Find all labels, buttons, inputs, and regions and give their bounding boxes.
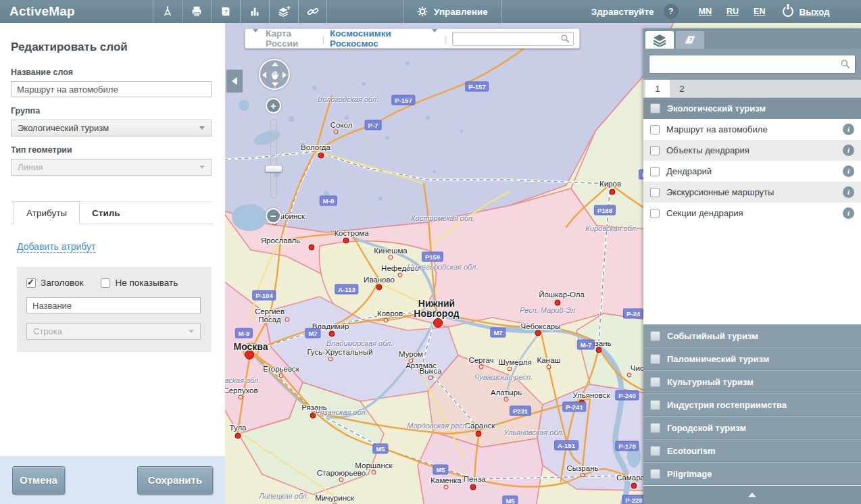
- compass-icon: [162, 5, 174, 18]
- layer-checkbox[interactable]: [650, 146, 660, 155]
- add-layer-tool[interactable]: [269, 0, 298, 23]
- chevron-down-icon: [189, 330, 194, 333]
- logout-label: Выход: [799, 7, 829, 17]
- map-name[interactable]: Карта России: [266, 28, 317, 49]
- hand-icon: [270, 70, 281, 84]
- cancel-button[interactable]: Отмена: [12, 466, 65, 495]
- layer-label: Объекты дендрария: [666, 145, 836, 155]
- print-tool[interactable]: [182, 0, 211, 23]
- zoom-slider-track[interactable]: [270, 119, 277, 199]
- attribute-box: Заголовок Не показывать Строка: [17, 267, 212, 352]
- map-search-box: [452, 32, 574, 46]
- hide-checkbox[interactable]: [101, 278, 110, 288]
- group-checkbox[interactable]: [650, 469, 660, 479]
- group-checkbox[interactable]: [650, 400, 660, 410]
- tab-style[interactable]: Стиль: [80, 202, 132, 224]
- group-checkbox[interactable]: [650, 446, 660, 456]
- layer-group-header[interactable]: Ecotourism: [643, 439, 861, 462]
- group-select[interactable]: Экологический туризм: [11, 120, 212, 136]
- layer-group-header-expanded[interactable]: Экологический туризм: [643, 98, 861, 119]
- attribute-type-select: Строка: [26, 323, 201, 340]
- lang-mn[interactable]: MN: [699, 7, 712, 16]
- group-label: Паломнический туризм: [667, 354, 769, 364]
- pan-right-icon[interactable]: [282, 72, 287, 78]
- layer-group-header[interactable]: Городской туризм: [643, 416, 861, 439]
- zoom-in-button[interactable]: +: [266, 98, 281, 114]
- map-pan-control[interactable]: [259, 59, 290, 90]
- geometry-type-select: Линия: [11, 159, 212, 176]
- layer-group-header[interactable]: Pilgrimage: [643, 462, 861, 485]
- search-icon: [560, 34, 570, 44]
- map-select-caret[interactable]: [251, 30, 260, 47]
- layer-row[interactable]: Объекты дендрарияi: [643, 140, 861, 161]
- layers-panel: ? 12 Экологический туризм Маршрут на авт…: [643, 28, 861, 504]
- layer-group-header[interactable]: Событийный туризм: [643, 324, 861, 347]
- layer-row[interactable]: Маршрут на автомобилеi: [643, 119, 861, 140]
- logout-button[interactable]: Выход: [783, 6, 829, 17]
- layer-group-header[interactable]: Индустрия гостеприимства: [643, 393, 861, 416]
- manage-label: Управление: [434, 7, 488, 17]
- zoom-out-button[interactable]: −: [266, 208, 281, 224]
- reference-tool[interactable]: ?: [211, 0, 240, 23]
- measure-tool[interactable]: [153, 0, 182, 23]
- info-icon[interactable]: i: [843, 145, 854, 156]
- map-search-input[interactable]: [456, 34, 560, 43]
- panel-tab-legend-book[interactable]: ?: [676, 31, 704, 49]
- group-checkbox[interactable]: [650, 354, 660, 364]
- layer-checkbox[interactable]: [650, 167, 660, 176]
- separator: |: [445, 34, 447, 44]
- manage-button[interactable]: Управление: [403, 0, 502, 23]
- help-button[interactable]: ?: [664, 4, 679, 19]
- group-checkbox[interactable]: [650, 377, 660, 387]
- power-icon: [783, 6, 793, 17]
- save-button[interactable]: Сохранить: [137, 466, 213, 495]
- attribute-type-value: Строка: [33, 326, 62, 336]
- group-label: Городской туризм: [667, 423, 746, 433]
- panel-tab-layers[interactable]: [645, 31, 674, 49]
- layers-page-2[interactable]: 2: [670, 80, 694, 97]
- layer-group-header[interactable]: Паломнический туризм: [643, 347, 861, 370]
- group-checkbox[interactable]: [650, 331, 660, 341]
- layer-checkbox[interactable]: [650, 125, 660, 134]
- toolbar: ?: [153, 0, 327, 23]
- layer-checkbox[interactable]: [650, 209, 660, 218]
- group-label: Pilgrimage: [667, 469, 712, 479]
- layer-row[interactable]: Экскурсионные маршрутыi: [643, 182, 861, 203]
- pan-up-icon[interactable]: [272, 62, 278, 66]
- chevron-down-icon: [199, 166, 205, 169]
- info-icon[interactable]: i: [843, 207, 854, 219]
- layer-name-input[interactable]: [11, 81, 212, 97]
- layers-search-input[interactable]: [654, 59, 840, 70]
- attribute-name-input[interactable]: [26, 297, 201, 313]
- layers-list: Экологический туризм Маршрут на автомоби…: [643, 98, 861, 504]
- share-link-tool[interactable]: [298, 0, 327, 23]
- layers-page-1[interactable]: 1: [645, 80, 670, 97]
- app-logo[interactable]: ActiveMap: [0, 4, 153, 19]
- layer-label: Маршрут на автомобиле: [666, 124, 836, 134]
- zoom-slider-handle[interactable]: [265, 165, 282, 172]
- layer-checkbox[interactable]: [650, 188, 660, 197]
- pan-left-icon[interactable]: [262, 72, 266, 78]
- info-icon[interactable]: i: [843, 186, 854, 198]
- add-attribute-link[interactable]: Добавить атрибут: [17, 241, 95, 253]
- basemap-select-caret[interactable]: [430, 30, 439, 47]
- tab-attributes[interactable]: Атрибуты: [14, 201, 80, 224]
- collapse-left-panel-button[interactable]: [226, 70, 243, 93]
- statistics-tool[interactable]: [240, 0, 269, 23]
- layer-group-header[interactable]: Культурный туризм: [643, 370, 861, 393]
- layer-row[interactable]: Секции дендрарияi: [643, 203, 861, 224]
- layer-label: Секции дендрария: [666, 208, 836, 218]
- panel-collapse-button[interactable]: [643, 485, 861, 504]
- lang-en[interactable]: EN: [754, 7, 765, 16]
- info-icon[interactable]: i: [843, 124, 854, 135]
- lang-ru[interactable]: RU: [727, 7, 739, 16]
- group-checkbox[interactable]: [650, 423, 660, 433]
- layer-row[interactable]: Дендрарийi: [643, 161, 861, 182]
- layers-empty-area: [643, 224, 861, 324]
- group-label: Группа: [11, 106, 213, 116]
- group-checkbox[interactable]: [650, 103, 660, 114]
- info-icon[interactable]: i: [843, 166, 854, 177]
- basemap-name[interactable]: Космоснимки Роскосмос: [330, 28, 424, 49]
- header-checkbox[interactable]: [26, 278, 36, 288]
- help-book-icon: ?: [220, 5, 232, 18]
